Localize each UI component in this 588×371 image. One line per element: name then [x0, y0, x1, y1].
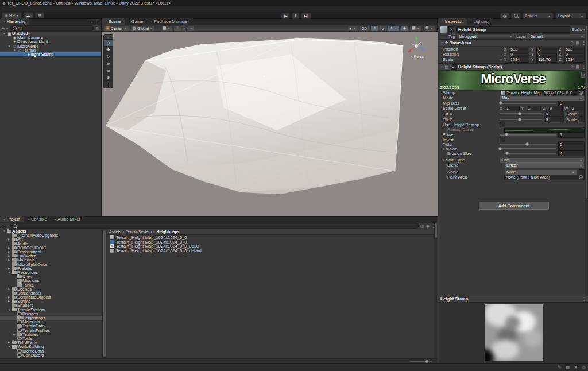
folder-item[interactable]: Audio	[0, 242, 102, 246]
move-tool-button[interactable]: ✚	[104, 47, 113, 53]
power-slider[interactable]	[500, 134, 556, 136]
help-icon[interactable]: ?	[571, 41, 573, 45]
foldout-arrow-icon[interactable]	[8, 300, 12, 303]
foldout-arrow-icon[interactable]: ▼	[440, 65, 443, 68]
folder-item[interactable]: Generators	[0, 353, 102, 357]
vector-y-field[interactable]: 151.76	[536, 57, 557, 63]
paint-area-object-field[interactable]: None (Paint Falloff Area)◉	[504, 175, 585, 180]
erosion-slider[interactable]	[500, 148, 556, 149]
foldout-arrow-icon[interactable]	[8, 267, 12, 270]
help-icon[interactable]: ?	[571, 65, 573, 69]
presets-icon[interactable]: ▤	[575, 65, 579, 69]
measure-dropdown[interactable]: ▭▼	[183, 25, 195, 32]
foldout-arrow-icon[interactable]	[13, 333, 17, 336]
tag-dropdown[interactable]: Untagged▼	[457, 33, 514, 39]
inspector-tab[interactable]: Inspector	[438, 18, 467, 25]
hierarchy-item[interactable]: Height Stamp	[0, 52, 101, 56]
preview-header[interactable]: Height Stamp ⋮	[438, 296, 588, 303]
foldout-arrow-icon[interactable]	[8, 258, 12, 261]
remap-curve-field[interactable]	[504, 127, 585, 133]
folder-item[interactable]: Environment	[0, 250, 102, 254]
folder-item[interactable]: Scripts	[0, 299, 102, 303]
folder-item[interactable]: Prefabs	[0, 266, 102, 270]
bottom-tab[interactable]: Project	[0, 216, 24, 222]
tab-hierarchy[interactable]: Hierarchy	[0, 18, 29, 25]
foldout-arrow-icon[interactable]	[8, 254, 12, 257]
object-picker-icon[interactable]: ◉	[579, 91, 583, 95]
folder-item[interactable]: BiomeData	[0, 349, 102, 353]
effects-dropdown[interactable]: ✦▼	[388, 25, 400, 32]
inspector-tab[interactable]: Lighting	[467, 18, 493, 25]
progress-status-icon[interactable]: ◎	[582, 365, 586, 370]
layer-dropdown[interactable]: Default▼	[528, 33, 586, 39]
folder-item[interactable]: TerrainSystem	[0, 308, 102, 312]
tilt-x-field[interactable]: 0	[544, 111, 564, 117]
presets-icon[interactable]: ▤	[575, 41, 579, 45]
asset-file-item[interactable]: Terrain_Height Map_1024x1024_0_0_default	[107, 249, 434, 253]
breadcrumb-root[interactable]: Assets	[109, 230, 121, 234]
object-picker-icon[interactable]: ◉	[579, 175, 583, 179]
grid-snap-dropdown[interactable]: ▦▼	[160, 25, 173, 32]
grid-visibility-dropdown[interactable]: ▦▼	[409, 25, 422, 32]
lock-icon[interactable]: ◦	[91, 20, 93, 25]
folder-item[interactable]: Materials	[0, 320, 102, 324]
folder-item[interactable]: ScriptableObjects	[0, 295, 102, 299]
foldout-arrow-icon[interactable]	[8, 45, 12, 48]
active-checkbox[interactable]: ✓	[448, 26, 454, 32]
erosion-size-slider[interactable]	[504, 153, 556, 154]
tilt-x-slider[interactable]	[500, 113, 542, 114]
tilt-z-field[interactable]: 0	[544, 117, 564, 122]
view-tab[interactable]: Scene	[102, 18, 125, 25]
foldout-arrow-icon[interactable]	[8, 345, 12, 348]
tool-handle-rotation-dropdown[interactable]: ◍ Global▼	[130, 25, 155, 32]
foldout-arrow-icon[interactable]	[8, 238, 12, 241]
bottom-tab[interactable]: Audio Mixer	[51, 216, 84, 222]
scale-offset-x-field[interactable]: 1	[505, 106, 520, 111]
preview-menu-icon[interactable]: ⋮	[582, 296, 587, 302]
folder-item[interactable]: ThirdParty	[0, 341, 102, 345]
files-scrollbar[interactable]	[434, 222, 438, 359]
gizmos-dropdown[interactable]: ⚙▼	[423, 25, 435, 32]
folder-item[interactable]: LuxWater	[0, 254, 102, 258]
layout-dropdown[interactable]: Layout▼	[555, 13, 586, 19]
paint-status-icon[interactable]: ✎	[558, 365, 562, 370]
folder-item[interactable]: Brushes	[0, 312, 102, 316]
foldout-arrow-icon[interactable]	[8, 308, 12, 311]
foldout-arrow-icon[interactable]	[8, 288, 12, 291]
2d-toggle[interactable]: 2D	[359, 25, 369, 32]
folder-item[interactable]: Art	[0, 237, 102, 241]
scale-offset-z-field[interactable]: 0	[548, 106, 563, 111]
tilt-z-scale-checkbox[interactable]	[579, 117, 585, 122]
foldout-arrow-icon[interactable]	[8, 296, 12, 299]
static-dropdown[interactable]: Static ▼	[572, 28, 586, 32]
hierarchy-search-input[interactable]: All	[10, 25, 94, 31]
breadcrumb-mid[interactable]: TerrainSystem	[126, 230, 152, 234]
blend-dropdown[interactable]: Linear▼	[504, 163, 585, 168]
vector-x-field[interactable]: 1024	[509, 57, 529, 63]
folder-item[interactable]: Crew	[0, 275, 102, 279]
search-button[interactable]	[511, 13, 521, 19]
shading-mode-dropdown[interactable]: ◐▼	[347, 25, 358, 32]
bake-status-icon[interactable]: ▦	[566, 365, 570, 370]
mip-bias-slider[interactable]	[500, 103, 556, 104]
scene-audio-toggle[interactable]: ♪	[380, 25, 386, 32]
hidden-packages-icon[interactable]: ◈	[426, 223, 430, 229]
hierarchy-item[interactable]: MicroVerse	[0, 44, 101, 48]
pause-button[interactable]: ‖	[292, 13, 299, 19]
erosion-size-field[interactable]: 4	[558, 150, 585, 156]
layers-dropdown[interactable]: Layers▼	[523, 13, 554, 19]
transform-component-header[interactable]: ▼ ✚ Transform ?▤⋮	[438, 39, 588, 47]
panel-menu-icon[interactable]: ⋮	[95, 20, 99, 25]
script-component-header[interactable]: ▼ ▤ ✓ Height Stamp (Script) ?▤⋮	[438, 63, 588, 71]
build-status-icon[interactable]: ✖	[574, 365, 578, 370]
perspective-label[interactable]: < Persp	[411, 55, 424, 59]
folder-item[interactable]: Tanks	[0, 283, 102, 287]
inspector-scrollbar[interactable]	[585, 25, 588, 296]
create-add-button[interactable]: + ▼	[2, 26, 9, 31]
foldout-arrow-icon[interactable]	[13, 49, 17, 52]
folder-item[interactable]: Tools	[0, 337, 102, 341]
hierarchy-item[interactable]: Directional Light	[0, 40, 101, 44]
folder-item[interactable]: Missions	[0, 279, 102, 283]
gameobject-cube-icon[interactable]	[440, 26, 447, 33]
foldout-arrow-icon[interactable]	[8, 250, 12, 253]
